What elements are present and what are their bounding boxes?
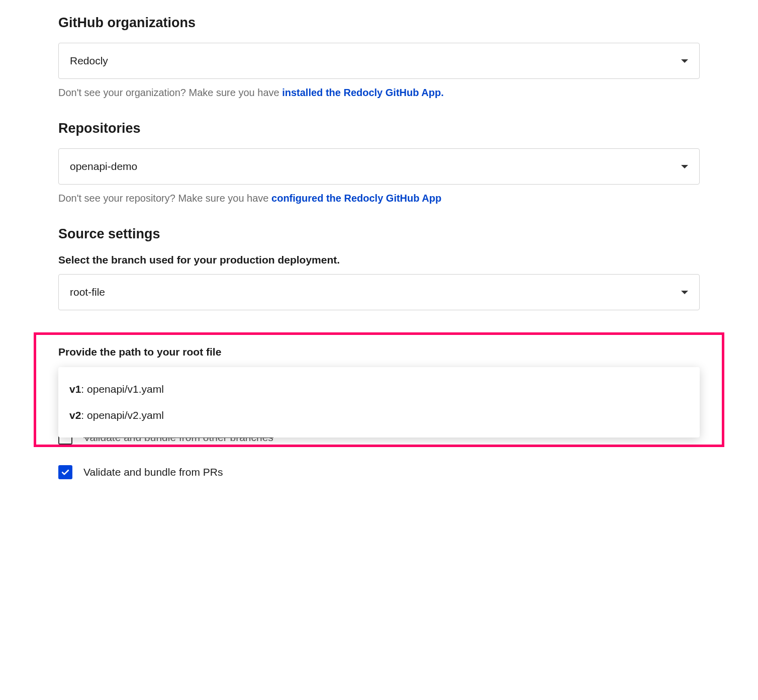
validate-prs-checkbox[interactable] [58,465,72,479]
repositories-selected-value: openapi-demo [70,160,137,172]
repositories-helper: Don't see your repository? Make sure you… [58,193,700,204]
chevron-down-icon [681,165,688,168]
github-organizations-selected-value: Redocly [70,55,108,67]
validate-prs-row: Validate and bundle from PRs [58,465,700,479]
root-file-label: Provide the path to your root file [58,346,700,358]
branch-label: Select the branch used for your producti… [58,254,700,266]
github-organizations-heading: GitHub organizations [58,15,700,31]
root-file-option-v2[interactable]: v2: openapi/v2.yaml [69,402,689,428]
source-settings-heading: Source settings [58,226,700,242]
source-settings-section: Source settings Select the branch used f… [58,226,700,310]
check-icon [60,467,70,477]
root-file-dropdown[interactable]: v1: openapi/v1.yaml v2: openapi/v2.yaml [58,367,700,438]
github-organizations-section: GitHub organizations Redocly Don't see y… [58,15,700,99]
repositories-heading: Repositories [58,121,700,136]
configured-redocly-app-link[interactable]: configured the Redocly GitHub App [271,193,441,204]
repositories-select[interactable]: openapi-demo [58,148,700,185]
chevron-down-icon [681,291,688,294]
root-file-option-v1[interactable]: v1: openapi/v1.yaml [69,376,689,402]
github-organizations-helper: Don't see your organization? Make sure y… [58,87,700,99]
branch-selected-value: root-file [70,286,105,298]
validate-prs-label: Validate and bundle from PRs [83,466,223,478]
chevron-down-icon [681,59,688,63]
root-file-highlight-box: Provide the path to your root file v1: o… [34,332,724,447]
branch-select[interactable]: root-file [58,274,700,310]
installed-redocly-app-link[interactable]: installed the Redocly GitHub App. [282,87,444,98]
github-organizations-select[interactable]: Redocly [58,43,700,79]
repositories-section: Repositories openapi-demo Don't see your… [58,121,700,204]
